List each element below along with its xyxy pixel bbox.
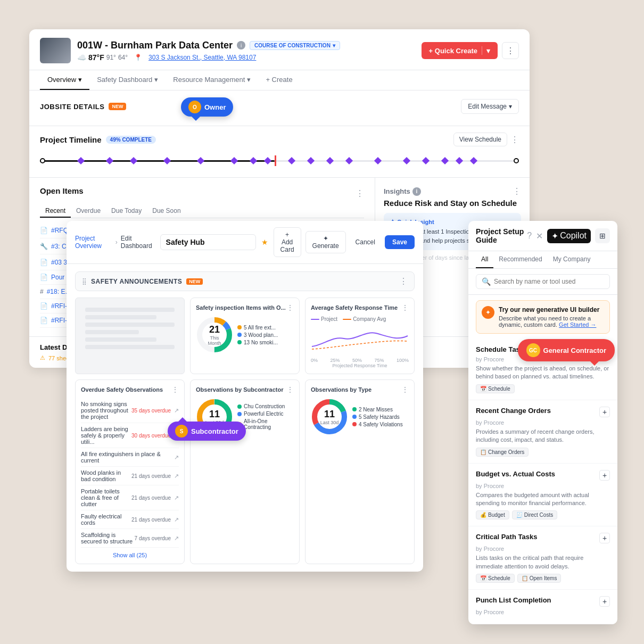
tab-all[interactable]: All bbox=[476, 251, 493, 268]
tab-overdue[interactable]: Overdue bbox=[71, 205, 106, 218]
setup-item-by: by Procore bbox=[476, 546, 610, 552]
obs-type-donut-container: 11 Last 30d 2 Near Misses 5 Safety Hazar… bbox=[311, 398, 409, 435]
obs-type-title: Observations by Type bbox=[311, 386, 371, 393]
list-item: 13 No smoki... bbox=[237, 340, 278, 345]
setup-item-desc: Compares the budgeted amount with actual… bbox=[476, 491, 610, 508]
dashboard-overlay: Project Overview › Edit Dashboard ★ + Ad… bbox=[67, 221, 423, 572]
setup-item-by: by Procore bbox=[476, 609, 610, 615]
star-icon[interactable]: ★ bbox=[261, 238, 268, 246]
external-link-icon[interactable]: ↗ bbox=[174, 535, 179, 542]
external-link-icon[interactable]: ↗ bbox=[174, 454, 179, 461]
x-axis-label: Projected Response Time bbox=[311, 363, 409, 368]
obs-type-more-icon[interactable]: ⋮ bbox=[401, 385, 409, 394]
obs-sub-legend: Chu Construction Powerful Electric All-i… bbox=[237, 403, 294, 430]
sub-label: Subcontractor bbox=[191, 427, 238, 435]
widgets-icon[interactable]: ⊞ bbox=[595, 228, 610, 243]
doc-icon: 📋 bbox=[480, 449, 486, 455]
generate-button[interactable]: ✦ Generate bbox=[306, 231, 346, 253]
help-icon[interactable]: ? bbox=[527, 231, 532, 241]
timeline-more-icon[interactable]: ⋮ bbox=[510, 135, 519, 145]
table-row: No smoking signs posted throughout the p… bbox=[81, 398, 179, 423]
drag-handle-icon[interactable]: ⣿ bbox=[82, 278, 87, 285]
external-link-icon[interactable]: ↗ bbox=[174, 473, 179, 480]
nav-create[interactable]: + Create bbox=[258, 70, 300, 90]
list-item: 2 Near Misses bbox=[352, 407, 403, 412]
show-all-button[interactable]: Show all (25) bbox=[81, 548, 179, 558]
nav-resource[interactable]: Resource Management ▾ bbox=[166, 70, 258, 90]
tooltip-arrow-sub bbox=[178, 417, 187, 422]
copilot-button[interactable]: ✦ Copilot bbox=[547, 229, 591, 243]
tab-recent[interactable]: Recent bbox=[40, 205, 71, 218]
project-info: 001W - Burnham Park Data Center i COURSE… bbox=[77, 40, 415, 62]
insights-more-icon[interactable]: ⋮ bbox=[513, 186, 521, 196]
edit-message-button[interactable]: Edit Message ▾ bbox=[461, 99, 519, 114]
open-items-more-icon[interactable]: ⋮ bbox=[356, 188, 364, 199]
add-button[interactable]: + bbox=[599, 533, 610, 543]
external-link-icon[interactable]: ↗ bbox=[174, 516, 179, 523]
get-started-link[interactable]: Get Started → bbox=[559, 321, 596, 328]
table-row: Scaffolding is secured to structure 7 da… bbox=[81, 529, 179, 548]
doc-icon3: 📄 bbox=[40, 274, 48, 281]
obs-grid: Overdue Safety Observations ⋮ No smoking… bbox=[75, 379, 415, 564]
search-icon: 🔍 bbox=[482, 277, 491, 286]
owner-tooltip: O Owner bbox=[181, 97, 233, 117]
nav-overview[interactable]: Overview ▾ bbox=[40, 70, 89, 90]
add-button[interactable]: + bbox=[599, 596, 610, 607]
owner-avatar: O bbox=[188, 101, 201, 113]
view-schedule-button[interactable]: View Schedule bbox=[453, 133, 507, 146]
obs-type-legend: 2 Near Misses 5 Safety Hazards 4 Safety … bbox=[352, 407, 403, 427]
header-actions: + Quick Create ▾ ⋮ bbox=[422, 42, 519, 59]
insights-info-icon[interactable]: i bbox=[412, 187, 421, 196]
warning-icon: ⚠ bbox=[40, 354, 45, 361]
list-item: Powerful Electric bbox=[237, 411, 294, 417]
external-link-icon[interactable]: ↗ bbox=[174, 407, 179, 414]
add-button[interactable]: + bbox=[599, 407, 610, 417]
obs-sub-title: Observations by Subcontractor bbox=[196, 386, 283, 393]
tab-my-company[interactable]: My Company bbox=[548, 251, 596, 268]
dropdown-arrow-icon[interactable]: ▾ bbox=[333, 43, 335, 48]
obs-sub-more-icon[interactable]: ⋮ bbox=[286, 385, 294, 394]
tab-due-soon[interactable]: Due Soon bbox=[147, 205, 186, 218]
add-card-button[interactable]: + Add Card bbox=[274, 227, 301, 257]
close-icon[interactable]: ✕ bbox=[536, 231, 543, 241]
dashboard-title-input[interactable] bbox=[160, 234, 256, 250]
setup-item-title: Punch List Completion bbox=[476, 596, 551, 604]
tag-open-items: 📋 Open Items bbox=[517, 574, 562, 583]
hash-icon: # bbox=[40, 288, 44, 295]
table-row: Ladders are being safely & properly util… bbox=[81, 423, 179, 448]
setup-item-by: by Procore bbox=[476, 419, 610, 426]
tab-recommended[interactable]: Recommended bbox=[493, 251, 547, 268]
list-icon: 📋 bbox=[522, 575, 528, 581]
project-address[interactable]: 303 S Jackson St., Seattle, WA 98107 bbox=[148, 54, 256, 61]
tab-due-today[interactable]: Due Today bbox=[106, 205, 147, 218]
save-button[interactable]: Save bbox=[385, 235, 415, 249]
cancel-button[interactable]: Cancel bbox=[350, 235, 381, 249]
tag-direct-costs: 🧾 Direct Costs bbox=[512, 510, 557, 519]
jobsite-title: JOBSITE DETAILS bbox=[40, 103, 104, 111]
setup-item-title: Budget vs. Actual Costs bbox=[476, 470, 555, 478]
overdue-more-icon[interactable]: ⋮ bbox=[171, 385, 179, 394]
quick-create-button[interactable]: + Quick Create ▾ bbox=[422, 42, 498, 59]
copilot-icon: ✦ bbox=[551, 231, 558, 241]
list-item: All-in-One Contracting bbox=[237, 418, 294, 430]
project-title: 001W - Burnham Park Data Center bbox=[77, 40, 233, 51]
project-header: 001W - Burnham Park Data Center i COURSE… bbox=[29, 29, 530, 70]
inspection-more-icon[interactable]: ⋮ bbox=[286, 303, 294, 312]
search-input[interactable] bbox=[494, 278, 604, 285]
add-button[interactable]: + bbox=[599, 470, 610, 481]
calendar-icon: 📅 bbox=[480, 386, 486, 392]
nav-safety[interactable]: Safety Dashboard ▾ bbox=[89, 70, 166, 90]
overdue-title: Overdue Safety Observations bbox=[81, 386, 163, 393]
response-more-icon[interactable]: ⋮ bbox=[401, 303, 409, 312]
table-row: Faulty electrical cords 21 days overdue … bbox=[81, 510, 179, 529]
external-link-icon[interactable]: ↗ bbox=[174, 494, 179, 501]
timeline-bar bbox=[40, 153, 519, 169]
complete-badge: 49% COMPLETE bbox=[106, 136, 156, 144]
search-input-wrapper: 🔍 bbox=[476, 274, 610, 289]
announcements-more-icon[interactable]: ⋮ bbox=[399, 276, 408, 286]
table-row: Wood planks in bad condition 21 days ove… bbox=[81, 467, 179, 485]
gc-tooltip: GC General Contractor bbox=[518, 339, 615, 361]
info-icon[interactable]: i bbox=[237, 41, 245, 49]
more-options-button[interactable]: ⋮ bbox=[502, 42, 519, 59]
receipt-icon: 🧾 bbox=[516, 512, 523, 518]
